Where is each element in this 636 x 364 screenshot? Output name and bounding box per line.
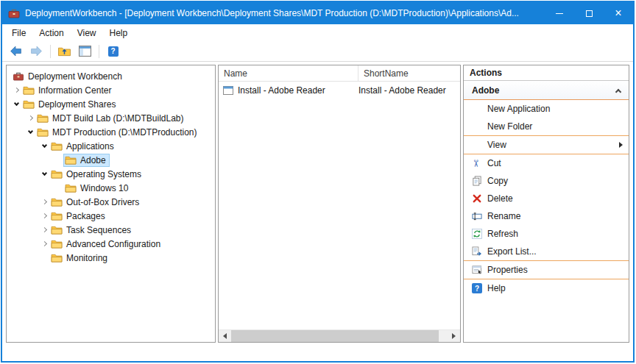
tree-item-advanced-configuration[interactable]: Advanced Configuration bbox=[7, 237, 215, 251]
action-label: Help bbox=[487, 283, 506, 293]
scroll-right-arrow[interactable] bbox=[448, 330, 460, 342]
list-row-install-adobe-reader[interactable]: Install - Adobe Reader Install - Adobe R… bbox=[219, 83, 460, 98]
menu-file[interactable]: File bbox=[5, 26, 32, 40]
console-tree-icon bbox=[79, 46, 91, 57]
close-icon: × bbox=[615, 7, 621, 19]
folder-icon bbox=[51, 197, 63, 207]
tree-item-monitoring[interactable]: Monitoring bbox=[7, 251, 215, 265]
folder-icon bbox=[65, 183, 77, 193]
actions-group-header-adobe[interactable]: Adobe bbox=[464, 81, 629, 100]
folder-icon bbox=[51, 225, 63, 235]
console-tree-pane: Deployment Workbench Information Center … bbox=[6, 65, 216, 343]
action-item-new-folder[interactable]: New Folder bbox=[464, 118, 629, 135]
tree-item-task-sequences[interactable]: Task Sequences bbox=[7, 223, 215, 237]
left-triangle-icon bbox=[223, 333, 227, 339]
cell-name-text: Install - Adobe Reader bbox=[238, 85, 325, 96]
folder-icon bbox=[51, 239, 63, 249]
expander-icon[interactable] bbox=[39, 228, 49, 232]
action-label: Rename bbox=[487, 211, 520, 221]
expander-icon[interactable] bbox=[39, 200, 49, 204]
actions-group-label: Adobe bbox=[472, 85, 499, 96]
application-icon bbox=[223, 86, 233, 95]
right-triangle-icon bbox=[452, 333, 456, 339]
cell-shortname: Install - Adobe Reader bbox=[358, 85, 446, 96]
action-item-copy[interactable]: Copy bbox=[464, 172, 629, 190]
folder-icon bbox=[37, 127, 49, 137]
expander-icon[interactable] bbox=[11, 103, 21, 105]
tree-item-windows-10[interactable]: Windows 10 bbox=[7, 181, 215, 195]
expander-icon[interactable] bbox=[39, 242, 49, 246]
action-label: Export List... bbox=[487, 246, 537, 257]
properties-icon bbox=[472, 265, 487, 275]
cell-name: Install - Adobe Reader bbox=[219, 85, 358, 96]
scrollbar-thumb[interactable] bbox=[231, 330, 439, 342]
action-item-new-application[interactable]: New Application bbox=[464, 100, 629, 118]
show-console-tree-button[interactable] bbox=[76, 43, 94, 60]
tree-item-information-center[interactable]: Information Center bbox=[7, 83, 215, 97]
action-item-delete[interactable]: Delete bbox=[464, 190, 629, 207]
action-item-rename[interactable]: Rename bbox=[464, 207, 629, 225]
menu-action[interactable]: Action bbox=[32, 26, 70, 40]
action-item-help[interactable]: ? Help bbox=[464, 279, 629, 297]
column-header-shortname[interactable]: ShortName bbox=[358, 65, 460, 81]
back-button[interactable] bbox=[7, 43, 25, 60]
tree-item-label: Windows 10 bbox=[80, 183, 128, 193]
title-bar[interactable]: DeploymentWorkbench - [Deployment Workbe… bbox=[2, 2, 633, 24]
action-item-export-list[interactable]: Export List... bbox=[464, 243, 629, 260]
minimize-icon bbox=[556, 13, 563, 14]
folder-icon bbox=[51, 169, 63, 179]
main-area: Deployment Workbench Information Center … bbox=[6, 65, 629, 343]
horizontal-scrollbar[interactable] bbox=[219, 329, 460, 342]
action-item-view[interactable]: View bbox=[464, 136, 629, 154]
action-item-refresh[interactable]: Refresh bbox=[464, 225, 629, 243]
copy-icon bbox=[472, 176, 487, 186]
workbench-icon bbox=[13, 71, 24, 81]
maximize-button[interactable] bbox=[574, 2, 604, 24]
scroll-left-arrow[interactable] bbox=[219, 330, 231, 342]
tree-item-out-of-box-drivers[interactable]: Out-of-Box Drivers bbox=[7, 195, 215, 209]
tree-item-applications[interactable]: Applications bbox=[7, 139, 215, 153]
tree-item-mdt-production[interactable]: MDT Production (D:\MDTProduction) bbox=[7, 125, 215, 139]
export-icon bbox=[472, 246, 487, 257]
action-label: Delete bbox=[487, 193, 513, 204]
action-item-properties[interactable]: Properties bbox=[464, 261, 629, 279]
tree-item-operating-systems[interactable]: Operating Systems bbox=[7, 167, 215, 181]
tree-item-adobe[interactable]: Adobe bbox=[7, 153, 215, 167]
expander-icon[interactable] bbox=[25, 131, 35, 133]
expander-icon[interactable] bbox=[25, 116, 35, 120]
expander-icon[interactable] bbox=[39, 214, 49, 218]
menu-view[interactable]: View bbox=[71, 26, 103, 40]
tree-item-label: Monitoring bbox=[66, 253, 107, 263]
help-button[interactable]: ? bbox=[104, 43, 122, 60]
forward-arrow-icon bbox=[30, 46, 43, 57]
tree-item-deployment-shares[interactable]: Deployment Shares bbox=[7, 97, 215, 111]
scrollbar-track[interactable] bbox=[231, 330, 448, 342]
tree-item-label: Deployment Shares bbox=[38, 99, 116, 110]
column-header-name[interactable]: Name bbox=[219, 65, 358, 81]
help-icon: ? bbox=[108, 46, 119, 57]
close-button[interactable]: × bbox=[604, 2, 633, 24]
menu-help[interactable]: Help bbox=[103, 26, 135, 40]
action-label: View bbox=[487, 140, 506, 150]
expander-icon[interactable] bbox=[11, 88, 21, 92]
actions-pane-title: Actions bbox=[464, 65, 629, 81]
chevron-up-icon[interactable] bbox=[615, 88, 621, 94]
tree-item-label: Adobe bbox=[80, 155, 106, 165]
delete-icon bbox=[472, 193, 487, 204]
tree-item-deployment-workbench[interactable]: Deployment Workbench bbox=[7, 69, 215, 83]
toolbar-separator bbox=[99, 45, 99, 58]
up-one-level-button[interactable] bbox=[55, 43, 74, 60]
tree-item-packages[interactable]: Packages bbox=[7, 209, 215, 223]
expander-icon[interactable] bbox=[39, 145, 49, 147]
tree-item-label: Packages bbox=[66, 211, 105, 221]
folder-icon bbox=[51, 211, 63, 221]
tree-item-mdt-build-lab[interactable]: MDT Build Lab (D:\MDTBuildLab) bbox=[7, 111, 215, 125]
selected-highlight: Adobe bbox=[63, 154, 110, 167]
minimize-button[interactable] bbox=[545, 2, 574, 24]
expander-icon[interactable] bbox=[39, 173, 49, 175]
folder-icon bbox=[51, 253, 63, 263]
app-window: DeploymentWorkbench - [Deployment Workbe… bbox=[1, 1, 635, 363]
forward-button[interactable] bbox=[27, 43, 46, 60]
action-item-cut[interactable]: ✂ Cut bbox=[464, 154, 629, 172]
app-icon bbox=[8, 8, 20, 18]
